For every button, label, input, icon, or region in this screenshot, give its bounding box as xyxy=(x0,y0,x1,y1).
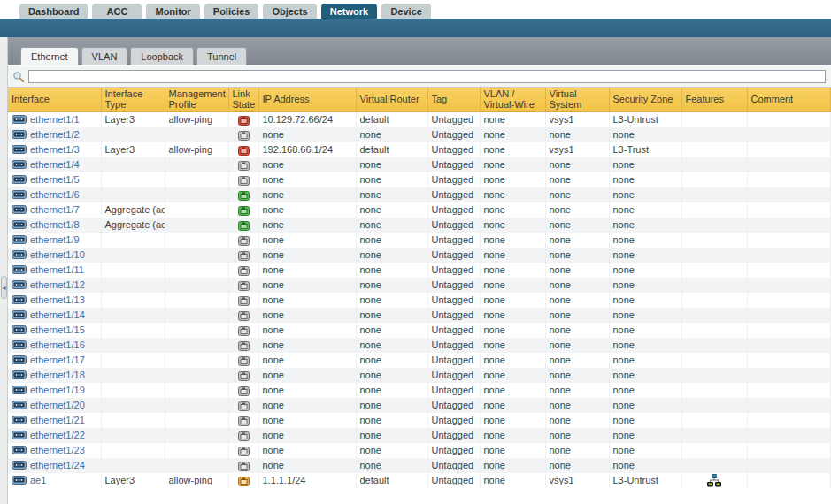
features-cell xyxy=(681,323,747,338)
interface-link[interactable]: ethernet1/21 xyxy=(30,413,85,428)
interface-link[interactable]: ethernet1/18 xyxy=(30,368,85,383)
sub-tab-loopback[interactable]: Loopback xyxy=(130,47,194,65)
interface-link[interactable]: ae1 xyxy=(30,473,46,488)
main-tab-monitor[interactable]: Monitor xyxy=(146,4,199,19)
table-row: ethernet1/4 nonenoneUntaggednonenonenone xyxy=(8,157,831,172)
sub-tab-vlan[interactable]: VLAN xyxy=(81,47,128,65)
virtual-router-cell: none xyxy=(356,293,427,308)
collapse-left-icon[interactable]: ◄ xyxy=(1,276,7,299)
interface-link[interactable]: ethernet1/9 xyxy=(30,233,80,248)
comment-cell xyxy=(747,111,831,127)
virtual-system-cell: none xyxy=(545,398,609,413)
management-profile-cell xyxy=(165,383,228,398)
tag-cell: Untagged xyxy=(427,308,480,323)
nic-port-icon xyxy=(12,355,27,364)
column-header-management-profile[interactable]: Management Profile xyxy=(165,88,228,111)
column-header-comment[interactable]: Comment xyxy=(747,88,831,111)
vlan-virtual-wire-cell: none xyxy=(480,278,545,293)
interface-link[interactable]: ethernet1/6 xyxy=(30,187,80,202)
link-state-cell xyxy=(228,263,258,278)
interface-link[interactable]: ethernet1/2 xyxy=(30,127,80,142)
management-profile-cell xyxy=(165,308,228,323)
vlan-virtual-wire-cell: none xyxy=(480,458,545,473)
column-header-virtual-system[interactable]: Virtual System xyxy=(545,88,609,111)
vlan-virtual-wire-cell: none xyxy=(480,248,545,263)
interface-link[interactable]: ethernet1/15 xyxy=(30,323,85,338)
interface-link[interactable]: ethernet1/23 xyxy=(30,443,85,458)
interface-link[interactable]: ethernet1/5 xyxy=(30,172,80,187)
table-row: ae1Layer3allow-ping 1.1.1.1/24defaultUnt… xyxy=(8,473,831,488)
interface-link[interactable]: ethernet1/22 xyxy=(30,428,85,443)
filter-input[interactable] xyxy=(28,70,826,83)
comment-cell xyxy=(747,308,831,323)
virtual-system-cell: none xyxy=(545,248,609,263)
tag-cell: Untagged xyxy=(427,218,480,233)
main-tab-objects[interactable]: Objects xyxy=(263,4,316,19)
column-header-vlan-virtual-wire[interactable]: VLAN / Virtual-Wire xyxy=(480,88,545,111)
search-icon[interactable] xyxy=(12,71,25,83)
link-state-cell xyxy=(228,353,258,368)
table-row: ethernet1/8Aggregate (ae1) nonenoneUntag… xyxy=(8,218,831,233)
virtual-router-cell: none xyxy=(356,278,427,293)
interface-link[interactable]: ethernet1/16 xyxy=(30,338,85,353)
interface-type-cell xyxy=(101,263,165,278)
features-cell xyxy=(681,172,747,187)
interface-type-cell xyxy=(101,428,165,443)
tag-cell: Untagged xyxy=(427,111,480,127)
virtual-router-cell: none xyxy=(356,127,427,142)
main-tab-dashboard[interactable]: Dashboard xyxy=(19,4,88,19)
virtual-router-cell: none xyxy=(356,187,427,202)
interface-link[interactable]: ethernet1/3 xyxy=(30,142,80,157)
management-profile-cell xyxy=(165,278,228,293)
security-zone-cell: none xyxy=(609,218,681,233)
comment-cell xyxy=(747,157,831,172)
main-tab-policies[interactable]: Policies xyxy=(204,4,259,19)
table-row: ethernet1/16 nonenoneUntaggednonenonenon… xyxy=(8,338,831,353)
virtual-router-cell: none xyxy=(356,368,427,383)
column-header-interface-type[interactable]: Interface Type xyxy=(101,88,165,111)
sub-tab-ethernet[interactable]: Ethernet xyxy=(20,47,79,65)
interface-link[interactable]: ethernet1/8 xyxy=(30,218,80,233)
column-header-tag[interactable]: Tag xyxy=(427,88,480,111)
comment-cell xyxy=(747,142,831,157)
main-tab-device[interactable]: Device xyxy=(381,4,431,19)
interface-type-cell xyxy=(101,127,165,142)
interface-link[interactable]: ethernet1/17 xyxy=(30,353,85,368)
interface-link[interactable]: ethernet1/24 xyxy=(30,458,85,473)
interface-link[interactable]: ethernet1/14 xyxy=(30,308,85,323)
interface-link[interactable]: ethernet1/20 xyxy=(30,398,85,413)
column-header-security-zone[interactable]: Security Zone xyxy=(609,88,681,111)
comment-cell xyxy=(747,127,831,142)
vlan-virtual-wire-cell: none xyxy=(480,398,545,413)
column-header-interface[interactable]: Interface xyxy=(8,88,101,111)
security-zone-cell: none xyxy=(609,323,681,338)
virtual-system-cell: none xyxy=(545,293,609,308)
management-profile-cell: allow-ping xyxy=(165,142,228,157)
column-header-ip-address[interactable]: IP Address xyxy=(258,88,356,111)
interface-link[interactable]: ethernet1/11 xyxy=(30,263,84,278)
ip-address-cell: none xyxy=(258,413,356,428)
interface-link[interactable]: ethernet1/7 xyxy=(30,202,80,218)
interface-link[interactable]: ethernet1/4 xyxy=(30,157,80,172)
link-state-unknown-icon xyxy=(238,250,250,261)
interface-link[interactable]: ethernet1/12 xyxy=(30,278,85,293)
interface-link[interactable]: ethernet1/10 xyxy=(30,248,85,263)
vlan-virtual-wire-cell: none xyxy=(480,383,545,398)
interface-link[interactable]: ethernet1/13 xyxy=(30,293,85,308)
virtual-router-cell: none xyxy=(356,383,427,398)
main-tab-network[interactable]: Network xyxy=(321,4,377,19)
features-cell xyxy=(681,473,747,488)
interface-link[interactable]: ethernet1/19 xyxy=(30,383,85,398)
table-row: ethernet1/17 nonenoneUntaggednonenonenon… xyxy=(8,353,831,368)
column-header-link-state[interactable]: Link State xyxy=(228,88,258,111)
main-tab-acc[interactable]: ACC xyxy=(92,4,142,19)
sub-tab-tunnel[interactable]: Tunnel xyxy=(196,47,247,65)
ip-address-cell: none xyxy=(258,338,356,353)
comment-cell xyxy=(747,172,831,187)
link-state-unknown-icon xyxy=(238,416,250,426)
security-zone-cell: L3-Untrust xyxy=(609,111,681,127)
column-header-features[interactable]: Features xyxy=(681,88,747,111)
main-tab-bar: DashboardACCMonitorPoliciesObjectsNetwor… xyxy=(0,0,831,19)
interface-link[interactable]: ethernet1/1 xyxy=(30,112,80,127)
column-header-virtual-router[interactable]: Virtual Router xyxy=(356,88,427,111)
